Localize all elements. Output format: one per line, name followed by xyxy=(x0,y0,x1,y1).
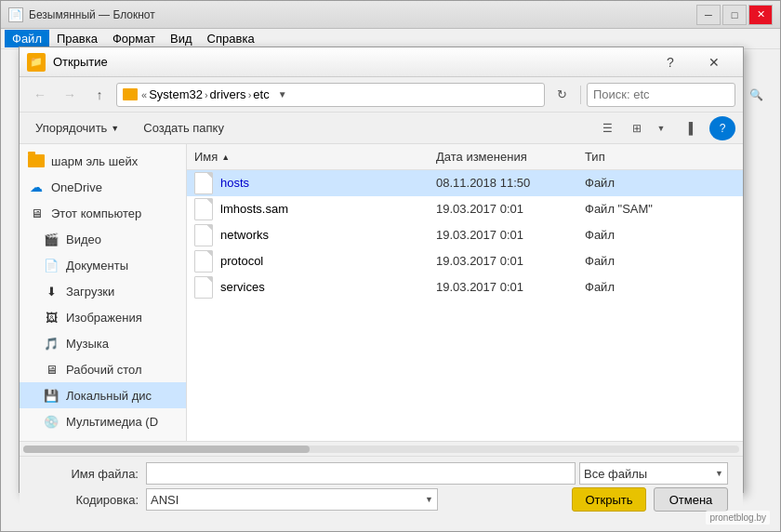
sidebar-item-3[interactable]: 🎬 Видео xyxy=(20,226,186,252)
table-row[interactable]: networks 19.03.2017 0:01 Файл xyxy=(187,222,743,248)
notepad-titlebar: 📄 Безымянный — Блокнот ─ □ ✕ xyxy=(1,1,780,29)
col-type[interactable]: Тип xyxy=(585,150,735,164)
open-dialog: 📁 Открытие ? ✕ ← → ↑ « System32 › driver… xyxy=(19,47,744,493)
bc-arrow-1: › xyxy=(205,89,208,100)
sidebar-downloads-icon: ⬇ xyxy=(42,282,60,300)
bc-drivers[interactable]: drivers xyxy=(210,87,246,101)
breadcrumb-folder-icon xyxy=(123,88,138,100)
sidebar-label-2: Этот компьютер xyxy=(51,206,141,220)
preview-pane-button[interactable]: ▐ xyxy=(672,116,706,140)
table-row[interactable]: hosts 08.11.2018 11:50 Файл xyxy=(187,170,743,196)
forward-button[interactable]: → xyxy=(57,82,83,108)
menu-view[interactable]: Вид xyxy=(163,30,200,47)
file-name-2: networks xyxy=(220,228,269,242)
file-name-0: hosts xyxy=(220,176,249,190)
view-list-button[interactable]: ☰ xyxy=(594,116,620,140)
sidebar-item-9[interactable]: 💾 Локальный дис xyxy=(20,382,186,408)
menu-file[interactable]: Файл xyxy=(5,30,49,47)
sidebar-item-1[interactable]: ☁ OneDrive xyxy=(20,174,186,200)
search-input[interactable] xyxy=(593,87,749,101)
sidebar: шарм эль шейх ☁ OneDrive 🖥 Этот компьюте… xyxy=(20,144,187,441)
file-list: Имя ▲ Дата изменения Тип hosts 08.11.201… xyxy=(187,144,743,441)
bc-system32[interactable]: System32 xyxy=(149,87,203,101)
file-type-2: Файл xyxy=(585,228,735,242)
sidebar-item-10[interactable]: 💿 Мультимедиа (D xyxy=(20,408,186,434)
file-date-2: 19.03.2017 0:01 xyxy=(436,228,585,242)
sidebar-item-5[interactable]: ⬇ Загрузки xyxy=(20,278,186,304)
view-grid-button[interactable]: ⊞ xyxy=(624,116,650,140)
refresh-button[interactable]: ↻ xyxy=(549,83,575,107)
encoding-value: ANSI xyxy=(151,493,179,507)
sidebar-folder-icon-0 xyxy=(27,152,46,170)
file-name-3: protocol xyxy=(220,254,263,268)
sidebar-item-11[interactable]: 🌐 Сет... xyxy=(20,434,186,441)
table-row[interactable]: protocol 19.03.2017 0:01 Файл xyxy=(187,248,743,274)
scrollbar-track xyxy=(23,446,739,453)
file-icon-0 xyxy=(194,172,213,194)
menu-format[interactable]: Формат xyxy=(105,30,163,47)
dialog-title: Открытие xyxy=(53,55,649,69)
menu-edit[interactable]: Правка xyxy=(49,30,105,47)
view-dropdown-button[interactable]: ▼ xyxy=(654,116,668,140)
file-list-header: Имя ▲ Дата изменения Тип xyxy=(187,144,743,170)
sidebar-item-8[interactable]: 🖥 Рабочий стол xyxy=(20,356,186,382)
bc-arrow-2: › xyxy=(248,89,252,100)
sidebar-onedrive-icon: ☁ xyxy=(27,178,46,196)
filename-input[interactable] xyxy=(146,462,576,485)
encoding-row: Кодировка: ANSI ▼ Открыть Отмена xyxy=(34,488,728,511)
close-button[interactable]: ✕ xyxy=(748,5,773,25)
open-button[interactable]: Открыть xyxy=(572,487,646,512)
watermark: pronetblog.by xyxy=(706,511,770,525)
sidebar-music-icon: 🎵 xyxy=(42,334,60,352)
menu-help[interactable]: Справка xyxy=(200,30,262,47)
file-date-3: 19.03.2017 0:01 xyxy=(436,254,585,268)
file-name-1: lmhosts.sam xyxy=(220,202,288,216)
sidebar-item-0[interactable]: шарм эль шейх xyxy=(20,148,186,174)
col-name[interactable]: Имя ▲ xyxy=(194,150,436,164)
file-type-0: Файл xyxy=(585,176,735,190)
maximize-button[interactable]: □ xyxy=(722,5,747,25)
help-button[interactable]: ? xyxy=(709,116,735,140)
up-button[interactable]: ↑ xyxy=(86,82,113,108)
bc-etc[interactable]: etc xyxy=(253,87,269,101)
sidebar-docs-icon: 📄 xyxy=(42,256,60,274)
horizontal-scrollbar[interactable] xyxy=(20,441,743,456)
back-button[interactable]: ← xyxy=(27,82,53,108)
table-row[interactable]: services 19.03.2017 0:01 Файл xyxy=(187,274,743,300)
file-type-4: Файл xyxy=(585,280,735,294)
sidebar-label-0: шарм эль шейх xyxy=(51,154,138,168)
sidebar-item-4[interactable]: 📄 Документы xyxy=(20,252,186,278)
file-icon-4 xyxy=(194,276,213,299)
col-date[interactable]: Дата изменения xyxy=(436,150,585,164)
file-type-1: Файл "SAM" xyxy=(585,202,735,216)
dialog-close-button[interactable]: ✕ xyxy=(693,48,735,76)
dialog-titlebar: 📁 Открытие ? ✕ xyxy=(20,47,743,77)
organize-button[interactable]: Упорядочить ▼ xyxy=(27,116,127,140)
new-folder-button[interactable]: Создать папку xyxy=(135,116,232,140)
file-date-4: 19.03.2017 0:01 xyxy=(436,280,585,294)
sidebar-label-4: Документы xyxy=(66,259,128,273)
sidebar-label-3: Видео xyxy=(66,233,101,246)
sidebar-label-7: Музыка xyxy=(66,337,109,351)
sidebar-drive2-icon: 💿 xyxy=(42,412,60,431)
sidebar-label-8: Рабочий стол xyxy=(66,363,142,377)
encoding-dropdown[interactable]: ANSI ▼ xyxy=(146,488,438,511)
folder-icon-small xyxy=(123,88,138,100)
sidebar-label-1: OneDrive xyxy=(51,180,102,194)
filetype-dropdown[interactable]: Все файлы ▼ xyxy=(579,462,728,485)
file-date-1: 19.03.2017 0:01 xyxy=(436,202,585,216)
search-box: 🔍 xyxy=(587,83,735,107)
sidebar-network-icon: 🌐 xyxy=(27,438,46,441)
table-row[interactable]: lmhosts.sam 19.03.2017 0:01 Файл "SAM" xyxy=(187,196,743,222)
encoding-label: Кодировка: xyxy=(34,493,146,507)
dialog-help-button[interactable]: ? xyxy=(649,48,692,76)
minimize-button[interactable]: ─ xyxy=(696,5,721,25)
sidebar-item-7[interactable]: 🎵 Музыка xyxy=(20,330,186,356)
cancel-button[interactable]: Отмена xyxy=(654,487,728,512)
sidebar-item-6[interactable]: 🖼 Изображения xyxy=(20,304,186,330)
content-area: шарм эль шейх ☁ OneDrive 🖥 Этот компьюте… xyxy=(20,144,743,441)
sidebar-item-2[interactable]: 🖥 Этот компьютер xyxy=(20,200,186,226)
view-controls: ☰ ⊞ ▼ ▐ ? xyxy=(594,116,735,140)
address-bar: « System32 › drivers › etc ▼ xyxy=(116,83,545,107)
address-dropdown-button[interactable]: ▼ xyxy=(273,84,292,106)
